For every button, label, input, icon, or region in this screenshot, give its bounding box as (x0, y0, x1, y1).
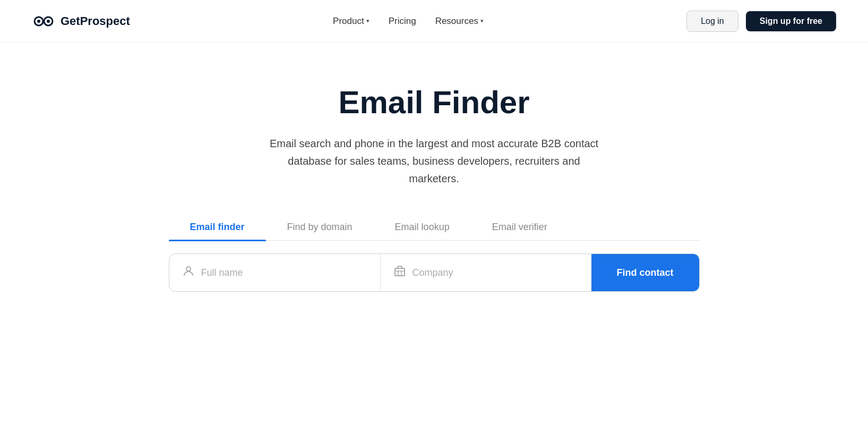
hero-section: Email Finder Email search and phone in t… (0, 43, 868, 302)
tab-email-finder[interactable]: Email finder (169, 214, 266, 240)
tab-email-lookup[interactable]: Email lookup (374, 214, 471, 240)
find-contact-button[interactable]: Find contact (591, 254, 699, 291)
svg-rect-5 (395, 268, 405, 276)
svg-point-3 (47, 20, 50, 23)
nav-pricing[interactable]: Pricing (389, 16, 416, 27)
full-name-input[interactable] (201, 267, 367, 278)
hero-subtitle: Email search and phone in the largest an… (264, 135, 604, 188)
nav-product[interactable]: Product ▾ (333, 16, 369, 27)
search-form: Find contact (169, 253, 700, 292)
login-button[interactable]: Log in (686, 11, 738, 32)
resources-chevron-icon: ▾ (480, 18, 484, 24)
hero-title: Email Finder (338, 85, 529, 120)
nav-links: Product ▾ Pricing Resources ▾ (333, 16, 484, 27)
full-name-field (169, 254, 381, 291)
company-field (381, 254, 591, 291)
signup-button[interactable]: Sign up for free (746, 11, 836, 31)
logo-icon (32, 10, 55, 33)
company-input[interactable] (412, 267, 579, 278)
nav-resources[interactable]: Resources ▾ (435, 16, 484, 27)
svg-point-4 (186, 267, 191, 271)
brand-name: GetProspect (61, 14, 130, 28)
search-widget: Email finder Find by domain Email lookup… (169, 214, 700, 292)
tab-find-by-domain[interactable]: Find by domain (266, 214, 374, 240)
company-icon (393, 265, 406, 281)
logo-area: GetProspect (32, 10, 130, 33)
tab-email-verifier[interactable]: Email verifier (471, 214, 569, 240)
product-chevron-icon: ▾ (366, 18, 369, 24)
svg-point-1 (37, 20, 40, 23)
nav-auth: Log in Sign up for free (686, 11, 836, 32)
tab-bar: Email finder Find by domain Email lookup… (169, 214, 700, 241)
navbar: GetProspect Product ▾ Pricing Resources … (0, 0, 868, 43)
person-icon (182, 265, 195, 281)
